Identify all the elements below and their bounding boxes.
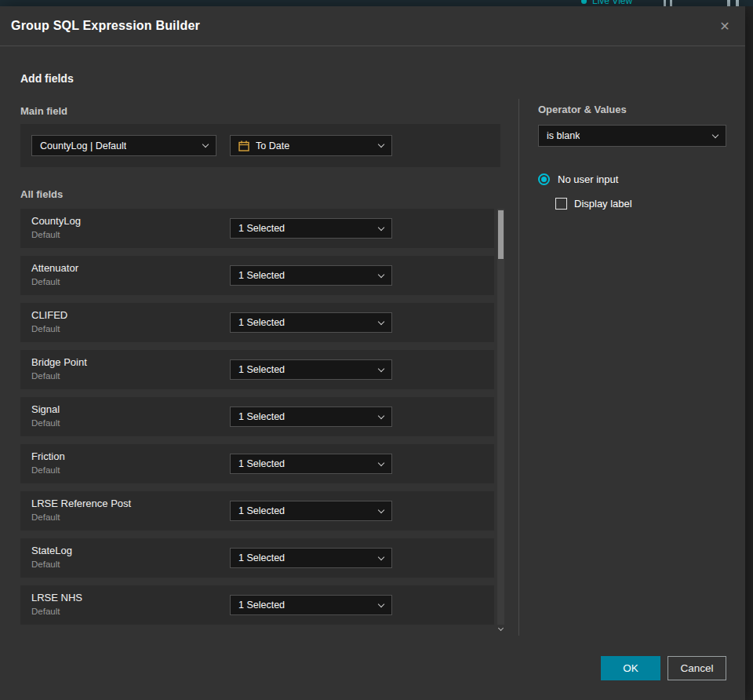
live-view-status: Live View [581,0,632,6]
chevron-down-icon [378,224,384,230]
field-list-item: Attenuator Default 1 Selected [20,256,494,295]
field-selected-value: 1 Selected [238,270,285,281]
field-selected-value: 1 Selected [238,505,285,516]
display-label-option: Display label [555,198,632,210]
field-name: CountyLog [31,215,81,227]
field-name: Signal [31,403,60,415]
display-label-text: Display label [574,198,632,210]
field-selected-value: 1 Selected [238,458,285,469]
field-subtitle: Default [31,371,60,381]
operator-values-label: Operator & Values [538,104,627,115]
field-name: LRSE NHS [31,592,82,603]
no-user-input-option: No user input [538,173,618,185]
field-selected-dropdown[interactable]: 1 Selected [230,218,392,239]
field-list-item: CLIFED Default 1 Selected [20,303,494,342]
field-name: CLIFED [31,309,67,321]
field-selected-dropdown[interactable]: 1 Selected [230,501,392,521]
field-selected-dropdown[interactable]: 1 Selected [230,312,392,333]
field-list-item: LRSE NHS Default 1 Selected [20,585,494,625]
group-sql-expression-builder-dialog: Group SQL Expression Builder ✕ Add field… [0,6,745,700]
field-name: Friction [31,450,65,462]
close-icon[interactable]: ✕ [715,16,734,35]
field-name: LRSE Reference Post [31,498,131,509]
date-field-select-value: To Date [256,140,289,151]
field-subtitle: Default [31,607,60,616]
chevron-down-icon [202,141,209,148]
chevron-down-icon [378,600,384,607]
field-subtitle: Default [31,560,60,569]
column-divider [518,99,519,636]
live-dot-icon [581,0,587,4]
field-name: Bridge Point [31,356,87,368]
field-selected-value: 1 Selected [238,364,285,375]
scrollbar-thumb[interactable] [498,210,504,259]
chevron-down-icon [378,553,384,560]
field-subtitle: Default [31,230,60,239]
chevron-down-icon [378,459,384,465]
all-fields-label: All fields [20,188,63,200]
field-selected-value: 1 Selected [238,600,285,611]
field-selected-dropdown[interactable]: 1 Selected [230,548,392,568]
pause-bars-icon-2 [727,0,739,6]
field-selected-dropdown[interactable]: 1 Selected [230,595,392,615]
field-selected-dropdown[interactable]: 1 Selected [230,265,392,286]
field-selected-value: 1 Selected [238,223,285,234]
cancel-button[interactable]: Cancel [668,656,726,680]
scrollbar-down-button[interactable] [497,626,504,633]
field-list-item: Bridge Point Default 1 Selected [20,350,494,389]
radio-selected-icon[interactable] [538,173,550,185]
field-list-item: StateLog Default 1 Selected [20,538,494,578]
field-list-item: LRSE Reference Post Default 1 Selected [20,491,494,530]
dialog-header: Group SQL Expression Builder ✕ [0,6,745,46]
chevron-down-icon [498,625,504,631]
chevron-down-icon [712,131,718,137]
main-field-select-value: CountyLog | Default [40,140,126,151]
field-subtitle: Default [31,324,60,334]
field-name: StateLog [31,545,72,556]
dialog-title: Group SQL Expression Builder [11,19,200,33]
main-field-panel: CountyLog | Default To Date [20,124,500,167]
live-view-label: Live View [592,0,632,6]
chevron-down-icon [378,141,384,148]
main-field-select[interactable]: CountyLog | Default [31,135,216,156]
field-selected-dropdown[interactable]: 1 Selected [230,407,392,427]
calendar-icon [238,140,249,151]
field-selected-dropdown[interactable]: 1 Selected [230,454,392,474]
field-selected-dropdown[interactable]: 1 Selected [230,359,392,380]
field-name: Attenuator [31,262,78,274]
chevron-down-icon [378,318,384,324]
chevron-down-icon [378,412,384,418]
no-user-input-label: No user input [558,173,618,185]
field-selected-value: 1 Selected [238,411,285,422]
ok-button[interactable]: OK [601,656,660,680]
operator-select[interactable]: is blank [538,125,726,147]
field-subtitle: Default [31,418,60,428]
date-field-select[interactable]: To Date [230,135,392,156]
field-list-item: CountyLog Default 1 Selected [20,209,494,248]
main-field-label: Main field [20,105,67,117]
fields-scrollbar[interactable] [497,209,504,625]
app-top-bar: Live View [0,0,753,6]
field-subtitle: Default [31,277,60,286]
field-list-item: Friction Default 1 Selected [20,444,494,483]
chevron-down-icon [378,506,384,512]
operator-select-value: is blank [547,130,580,141]
chevron-down-icon [378,271,384,277]
field-list-item: Signal Default 1 Selected [20,397,494,436]
field-subtitle: Default [31,465,60,475]
chevron-down-icon [378,365,384,371]
field-selected-value: 1 Selected [238,317,285,328]
display-label-checkbox[interactable] [555,198,567,210]
pause-bars-icon [664,0,672,6]
add-fields-heading: Add fields [20,72,74,85]
all-fields-list: CountyLog Default 1 Selected Attenuator … [20,209,494,625]
field-subtitle: Default [31,512,60,522]
field-selected-value: 1 Selected [238,552,285,563]
